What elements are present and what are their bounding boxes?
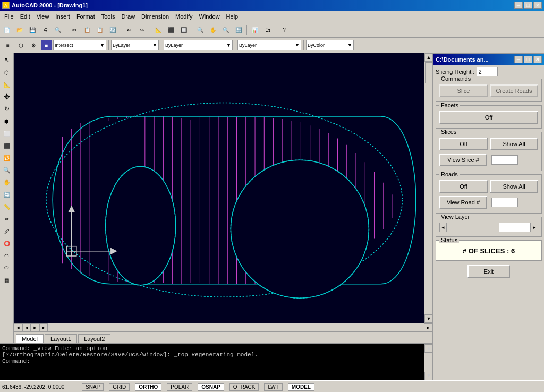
slice-button[interactable]: Slice: [439, 84, 488, 97]
maximize-button[interactable]: □: [524, 2, 532, 9]
lt-stretch[interactable]: 📐: [1, 79, 13, 90]
roads-off-button[interactable]: Off: [439, 180, 488, 193]
model-toggle[interactable]: MODEL: [288, 383, 314, 391]
close-button[interactable]: ✕: [533, 2, 542, 9]
lt-rotate[interactable]: ↻: [1, 103, 13, 115]
hscroll-end-button[interactable]: ►: [424, 323, 432, 332]
tb-shade[interactable]: ⬛: [165, 24, 177, 35]
view-road-input[interactable]: [491, 198, 518, 207]
tb-layers[interactable]: ≡: [2, 40, 14, 50]
hscroll-track[interactable]: [48, 324, 424, 331]
bylayer1-dropdown[interactable]: ByLayer ▼: [111, 40, 159, 50]
tb-undo[interactable]: ↩: [123, 24, 135, 35]
hscroll-prev-button[interactable]: ◄: [22, 323, 31, 332]
command-scrollbar[interactable]: ▲ ▼: [424, 344, 432, 380]
rp-close-button[interactable]: ✕: [533, 56, 542, 63]
menu-draw[interactable]: Draw: [118, 12, 138, 21]
tab-layout1[interactable]: Layout1: [45, 334, 77, 343]
lt-polyline[interactable]: 🖊: [1, 225, 13, 237]
lt-erase[interactable]: ⬡: [1, 66, 13, 78]
minimize-button[interactable]: ─: [514, 2, 523, 9]
tb-zoom-window[interactable]: 🔍: [220, 24, 232, 35]
create-roads-button[interactable]: Create Roads: [490, 84, 538, 97]
lt-scale[interactable]: ⬢: [1, 115, 13, 127]
tb-zoom-realtime[interactable]: 🔍: [194, 24, 206, 35]
cmd-scroll-down[interactable]: ▼: [424, 372, 433, 380]
lt-array[interactable]: 🔁: [1, 152, 13, 164]
tab-layout2[interactable]: Layout2: [78, 334, 110, 343]
vertical-scrollbar[interactable]: ▲ ▼: [424, 53, 432, 323]
grid-toggle[interactable]: GRID: [109, 383, 130, 391]
tb-paste[interactable]: 📋: [94, 24, 106, 35]
lt-zoom[interactable]: 🔍: [1, 164, 13, 176]
scroll-track[interactable]: [424, 62, 432, 314]
bylayer2-dropdown[interactable]: ByLayer ▼: [164, 40, 233, 50]
polar-toggle[interactable]: POLAR: [167, 383, 192, 391]
rp-minimize-button[interactable]: ─: [514, 56, 523, 63]
tb-matchprop[interactable]: 🔄: [107, 24, 118, 35]
tb-help[interactable]: ?: [278, 24, 290, 35]
lt-circle[interactable]: ⭕: [1, 237, 13, 249]
tb-layer-prev[interactable]: ⬡: [15, 40, 27, 50]
tb-layer-color[interactable]: ■: [40, 40, 52, 50]
scroll-up-button[interactable]: ▲: [424, 53, 433, 62]
menu-window[interactable]: Window: [196, 12, 223, 21]
lt-offset[interactable]: ⬛: [1, 140, 13, 151]
tb-copy[interactable]: 📋: [81, 24, 93, 35]
menu-format[interactable]: Format: [73, 12, 98, 21]
hscroll-next-button[interactable]: ►: [31, 323, 39, 332]
tb-design-center[interactable]: 🗂: [262, 24, 274, 35]
lt-mirror[interactable]: ⬜: [1, 127, 13, 139]
lt-move[interactable]: ✥: [1, 91, 13, 103]
exit-button[interactable]: Exit: [468, 265, 510, 278]
tb-open[interactable]: 📂: [14, 24, 26, 35]
menu-modify[interactable]: Modify: [172, 12, 196, 21]
view-road-button[interactable]: View Road #: [439, 196, 487, 209]
tb-print[interactable]: 🖨: [39, 24, 51, 35]
tb-redo[interactable]: ↪: [136, 24, 148, 35]
lt-select[interactable]: ↖: [1, 54, 13, 66]
slicing-height-input[interactable]: [477, 67, 498, 76]
view-layer-left-button[interactable]: ◄: [439, 223, 447, 232]
tb-3d[interactable]: 🔲: [178, 24, 190, 35]
cmd-scroll-track[interactable]: [424, 353, 432, 372]
cmd-scroll-up[interactable]: ▲: [424, 344, 433, 353]
hscroll-left-button[interactable]: ◄: [14, 323, 22, 332]
tb-cut[interactable]: ✂: [69, 24, 80, 35]
menu-help[interactable]: Help: [223, 12, 242, 21]
menu-edit[interactable]: Edit: [17, 12, 33, 21]
bycolor-dropdown[interactable]: ByColor ▼: [306, 40, 354, 50]
view-slice-input[interactable]: [491, 155, 518, 165]
tb-print-preview[interactable]: 🔍: [52, 24, 64, 35]
lt-line[interactable]: ✏: [1, 213, 13, 225]
tb-layer-settings[interactable]: ⚙: [28, 40, 39, 50]
tb-regen[interactable]: 📐: [152, 24, 164, 35]
menu-file[interactable]: File: [1, 12, 17, 21]
slices-show-all-button[interactable]: Show All: [490, 138, 538, 150]
tb-save[interactable]: 💾: [27, 24, 38, 35]
slices-off-button[interactable]: Off: [439, 138, 488, 150]
lt-arc[interactable]: ◠: [1, 250, 13, 261]
ortho-toggle[interactable]: ORTHO: [135, 383, 162, 391]
drawing-canvas[interactable]: [14, 53, 424, 323]
tb-properties[interactable]: 📊: [249, 24, 261, 35]
view-layer-input[interactable]: [499, 223, 531, 232]
otrack-toggle[interactable]: OTRACK: [230, 383, 259, 391]
menu-dimension[interactable]: Dimension: [138, 12, 172, 21]
menu-tools[interactable]: Tools: [98, 12, 118, 21]
lt-ucs[interactable]: 📏: [1, 201, 13, 212]
tb-new[interactable]: 📄: [1, 24, 13, 35]
lt-hatch[interactable]: ▦: [1, 274, 13, 286]
roads-show-all-button[interactable]: Show All: [490, 180, 538, 193]
hscroll-right-button[interactable]: ►: [39, 323, 48, 332]
snap-toggle[interactable]: SNAP: [82, 383, 104, 391]
lt-ellipse[interactable]: ⬭: [1, 262, 13, 274]
lt-3dorbit[interactable]: 🔄: [1, 189, 13, 200]
menu-insert[interactable]: Insert: [52, 12, 73, 21]
view-slice-button[interactable]: View Slice #: [439, 154, 487, 166]
scroll-thumb[interactable]: [425, 62, 432, 83]
facets-off-button[interactable]: Off: [439, 111, 538, 124]
scroll-down-button[interactable]: ▼: [424, 314, 433, 323]
intersect-dropdown[interactable]: Intersect ▼: [53, 40, 106, 50]
tb-pan-realtime[interactable]: ✋: [207, 24, 219, 35]
